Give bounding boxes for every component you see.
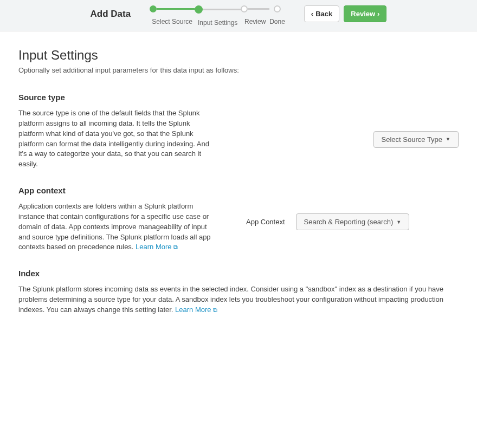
page-title: Input Settings — [18, 48, 459, 63]
step-label: Done — [269, 18, 285, 25]
step-circle-icon — [241, 5, 248, 12]
index-section: Index The Splunk platform stores incomin… — [18, 269, 459, 448]
step-circle-icon — [274, 5, 281, 12]
chevron-right-icon: › — [377, 10, 379, 18]
back-button-label: Back — [315, 10, 332, 18]
source-type-heading: Source type — [18, 93, 214, 102]
review-button-label: Review — [351, 10, 375, 18]
app-context-dropdown[interactable]: Search & Reporting (search) ▼ — [296, 213, 410, 230]
caret-down-icon: ▼ — [396, 219, 401, 225]
index-body: The Splunk platform stores incoming data… — [18, 284, 459, 315]
external-link-icon: ⧉ — [173, 244, 178, 250]
step-line — [248, 8, 269, 10]
app-context-heading: App context — [18, 186, 214, 195]
wizard-stepper: Select Source Input Settings Review — [150, 5, 285, 27]
dropdown-label: Select Source Type — [382, 135, 443, 144]
select-source-type-dropdown[interactable]: Select Source Type ▼ — [373, 131, 459, 148]
step-input-settings[interactable]: Input Settings — [195, 5, 241, 27]
learn-more-link[interactable]: Learn More ⧉ — [136, 243, 178, 251]
step-label: Review — [244, 18, 266, 25]
step-line — [203, 9, 241, 10]
wizard-header: Add Data Select Source Input Settings — [0, 0, 477, 31]
step-line — [157, 8, 195, 10]
source-type-body: The source type is one of the default fi… — [18, 108, 214, 170]
step-review[interactable]: Review — [241, 5, 269, 25]
step-label: Select Source — [152, 18, 192, 25]
step-select-source[interactable]: Select Source — [150, 5, 195, 25]
chevron-left-icon: ‹ — [311, 10, 313, 18]
external-link-icon: ⧉ — [213, 307, 217, 313]
app-context-body: Application contexts are folders within … — [18, 202, 214, 252]
step-circle-icon — [195, 5, 203, 14]
index-heading: Index — [18, 269, 459, 278]
review-button[interactable]: Review › — [344, 5, 386, 22]
caret-down-icon: ▼ — [446, 137, 450, 142]
back-button[interactable]: ‹ Back — [304, 5, 339, 22]
step-done: Done — [269, 5, 285, 25]
source-type-section: Source type The source type is one of th… — [18, 93, 459, 170]
dropdown-label: Search & Reporting (search) — [304, 218, 394, 226]
wizard-title: Add Data — [91, 5, 131, 20]
page-content: Input Settings Optionally set additional… — [0, 31, 477, 448]
step-label: Input Settings — [198, 19, 237, 27]
page-description: Optionally set additional input paramete… — [18, 66, 459, 74]
app-context-section: App context Application contexts are fol… — [18, 186, 459, 252]
step-circle-icon — [150, 5, 157, 12]
learn-more-link[interactable]: Learn More ⧉ — [175, 306, 217, 314]
app-context-field-label: App Context — [246, 218, 285, 226]
